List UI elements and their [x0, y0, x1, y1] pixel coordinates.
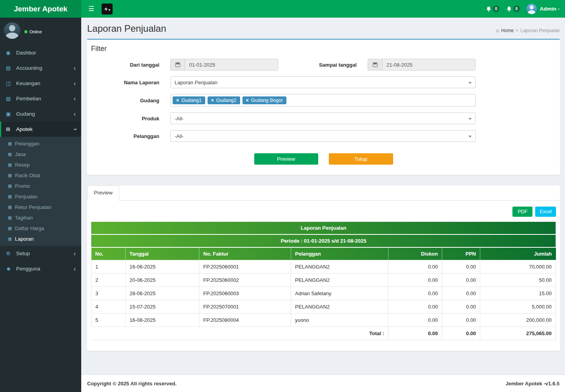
filter-box: Filter Dari tanggal Sampai tanggal — [87, 39, 560, 175]
submenu-item-tagihan[interactable]: ▦Tagihan — [0, 212, 81, 223]
card-icon: ▦ — [8, 226, 15, 231]
submenu-item-racik-obat[interactable]: ▦Racik Obat — [0, 170, 81, 181]
sidebar-menu: ◉ Dashbor ▤ Accounting ‹ ◫ Keuangan ‹ ▧ … — [0, 45, 81, 276]
report-title: Laporan Penjualan — [91, 222, 556, 235]
submenu-item-jasa[interactable]: ▦Jasa — [0, 149, 81, 160]
bell-icon — [486, 6, 492, 12]
submenu-item-resep[interactable]: ▦Resep — [0, 160, 81, 170]
pelanggan-label: Pelanggan — [87, 133, 170, 139]
nama-laporan-label: Nama Laporan — [87, 80, 170, 85]
dari-tanggal-input-group — [170, 59, 278, 71]
notifications-bell-1[interactable]: 0 — [486, 5, 499, 12]
sidebar-toggle-hamburger-icon[interactable]: ☰ — [86, 3, 97, 15]
close-icon[interactable]: × — [211, 98, 214, 103]
table-row: 1 16-06-2025 FP.2025060001 PELANGGAN2 0.… — [91, 260, 556, 274]
breadcrumb-home[interactable]: Home — [501, 28, 514, 33]
excel-export-button[interactable]: Excel — [535, 207, 556, 217]
plus-icon: + — [104, 5, 108, 12]
main-footer: Copyright © 2025 All rights reserved. Je… — [81, 374, 565, 392]
accounting-icon: ▤ — [6, 65, 16, 71]
col-jumlah: Jumlah — [480, 247, 556, 260]
sampai-tanggal-input[interactable] — [382, 59, 476, 71]
sidebar-item-pengguna[interactable]: ☻ Pengguna ‹ — [0, 261, 81, 276]
sidebar-item-gudang[interactable]: ▣ Gudang ‹ — [0, 106, 81, 122]
card-icon: ▦ — [8, 194, 15, 199]
total-label: Total : — [91, 327, 388, 340]
table-row: 3 28-06-2025 FP.2025060003 Adrian Safeta… — [91, 287, 556, 300]
copyright-text: Copyright © 2025 All rights reserved. — [87, 381, 177, 387]
close-icon[interactable]: × — [246, 98, 249, 103]
submenu-item-pelanggan[interactable]: ▦Pelanggan — [0, 138, 81, 149]
total-diskon: 0.00 — [388, 327, 442, 340]
chevron-left-icon: ‹ — [74, 66, 76, 70]
user-menu[interactable]: Admin - — [527, 4, 560, 14]
card-icon: ▦ — [8, 236, 15, 241]
submenu-item-laporan[interactable]: ▦Laporan — [0, 234, 81, 244]
col-tanggal: Tanggal — [126, 247, 199, 260]
version-text: Jember Apotek -v1.6.5 — [505, 381, 560, 387]
submenu-item-penjualan[interactable]: ▦Penjualan — [0, 191, 81, 202]
breadcrumb: ⌂ Home > Laporan Penjualan — [496, 27, 560, 33]
sampai-tanggal-label: Sampai tanggal — [278, 62, 368, 68]
list-icon: ▦ — [8, 173, 15, 178]
gudang-tag: ×Gudang2 — [208, 96, 240, 104]
online-status-label: Online — [29, 29, 42, 34]
page-title: Laporan Penjualan — [87, 23, 560, 34]
col-no: No. — [91, 247, 126, 260]
notifications-bell-2[interactable]: 0 — [506, 5, 520, 12]
sidebar-item-dashbor[interactable]: ◉ Dashbor — [0, 45, 81, 60]
sidebar-item-keuangan[interactable]: ◫ Keuangan ‹ — [0, 76, 81, 91]
total-ppn: 0.00 — [442, 327, 480, 340]
report-table: Laporan Penjualan Periode : 01-01-2025 s… — [91, 221, 556, 340]
sidebar-item-pembelian[interactable]: ▧ Pembelian ‹ — [0, 91, 81, 106]
chevron-down-icon — [468, 82, 472, 84]
brand-logo[interactable]: Jember Apotek — [0, 0, 81, 18]
notification-count-badge: 0 — [513, 5, 520, 12]
produk-select[interactable]: -All- — [170, 113, 476, 124]
purchase-icon: ▧ — [6, 96, 16, 102]
calendar-icon — [170, 59, 185, 71]
apotek-submenu: ▦Pelanggan ▦Jasa ▦Resep ▦Racik Obat ▦Pro… — [0, 137, 81, 246]
chevron-left-icon: ‹ — [74, 112, 76, 116]
sidebar-item-accounting[interactable]: ▤ Accounting ‹ — [0, 60, 81, 76]
table-row: 4 15-07-2025 FP.2025070001 PELANGGAN2 0.… — [91, 300, 556, 314]
tab-preview[interactable]: Preview — [87, 185, 119, 201]
dari-tanggal-input[interactable] — [185, 59, 278, 71]
submenu-item-retur-penjualan[interactable]: ▦Retur Penjualan — [0, 202, 81, 212]
sidebar-item-setup[interactable]: ⚙ Setup ‹ — [0, 246, 81, 261]
report-periode: Periode : 01-01-2025 s/d 21-08-2025 — [91, 234, 556, 247]
gudang-label: Gudang — [87, 98, 170, 103]
submenu-item-daftar-harga[interactable]: ▦Daftar Harga — [0, 223, 81, 234]
report-header-row: No. Tanggal No. Faktur Pelanggan Diskon … — [91, 247, 556, 260]
quick-add-button[interactable]: +▾ — [102, 4, 113, 15]
gudang-multiselect[interactable]: ×Gudang1 ×Gudang2 ×Gudang Bogor — [170, 94, 476, 107]
bell-icon — [506, 6, 512, 12]
pharmacy-cart-icon: ⊞ — [6, 126, 16, 132]
pelanggan-select[interactable]: -All- — [170, 130, 476, 142]
sidebar-item-apotek[interactable]: ⊞ Apotek ‹ — [0, 122, 81, 137]
close-icon[interactable]: × — [176, 98, 179, 103]
sampai-tanggal-input-group — [368, 59, 476, 71]
card-icon: ▦ — [8, 215, 15, 220]
chevron-down-icon: ‹ — [73, 128, 77, 130]
col-ppn: PPN — [442, 247, 480, 260]
user-avatar — [527, 4, 537, 14]
list-icon: ▦ — [8, 162, 15, 167]
users-icon: ☻ — [6, 266, 16, 272]
tab-bar: Preview — [87, 185, 560, 201]
list-icon: ▦ — [8, 141, 15, 146]
total-jumlah: 275,065.00 — [480, 327, 556, 340]
breadcrumb-current: Laporan Penjualan — [520, 28, 560, 33]
total-row: Total : 0.00 0.00 275,065.00 — [91, 327, 556, 340]
table-row: 5 16-08-2025 FP.2025080004 yuono 0.00 0.… — [91, 314, 556, 327]
chevron-left-icon: ‹ — [74, 82, 76, 85]
submenu-item-promo[interactable]: ▦Promo — [0, 181, 81, 191]
preview-panel: Preview PDF Excel Laporan Penjualan Peri… — [87, 185, 560, 351]
chevron-down-icon: ▾ — [109, 8, 110, 12]
preview-button[interactable]: Preview — [254, 153, 318, 165]
online-status-dot — [24, 30, 27, 33]
tutup-button[interactable]: Tutup — [329, 153, 393, 165]
nama-laporan-select[interactable]: Laporan Penjualan — [170, 76, 476, 88]
warehouse-icon: ▣ — [6, 111, 16, 117]
pdf-export-button[interactable]: PDF — [512, 207, 532, 217]
